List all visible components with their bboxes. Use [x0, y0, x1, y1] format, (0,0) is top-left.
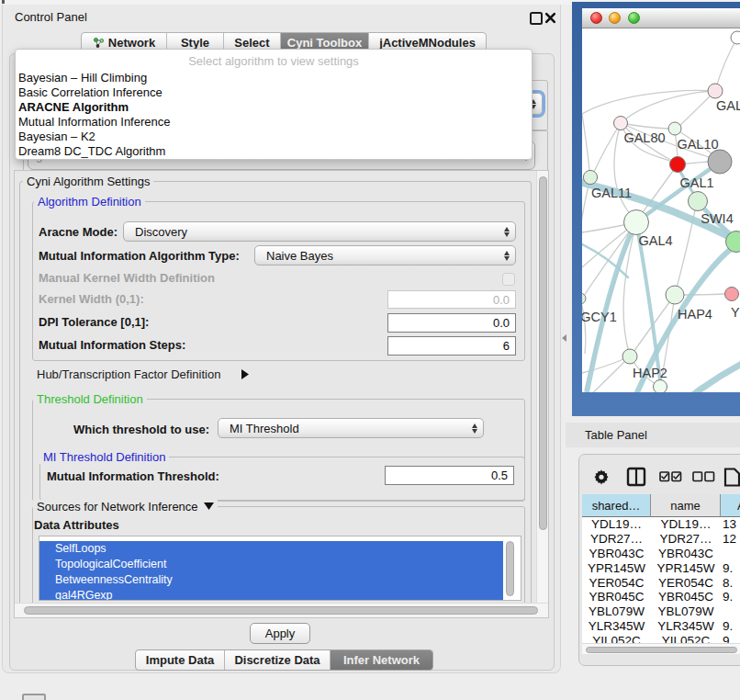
table-cell[interactable] [721, 604, 740, 619]
dropdown-item-aracne-algorithm[interactable]: ARACNE Algorithm [18, 100, 129, 114]
horizontal-scrollbar-thumb[interactable] [24, 606, 538, 615]
table-cell[interactable]: 12 [721, 532, 740, 547]
hub-definition-expander[interactable]: Hub/Transcription Factor Definition [37, 367, 250, 381]
input-dpi-tolerance-0-1[interactable]: 0.0 [387, 313, 516, 333]
attribute-item-topologicalcoefficient[interactable]: TopologicalCoefficient [39, 557, 503, 572]
attribute-item-gal4rgexp[interactable]: gal4RGexp [39, 588, 503, 601]
table-cell[interactable]: 9. [721, 590, 740, 604]
table-cell[interactable]: 13 [721, 517, 740, 532]
dropdown-item-mutual-information-inference[interactable]: Mutual Information Inference [18, 115, 170, 129]
table-scrollbar-thumb[interactable] [586, 647, 737, 653]
tab-label: Select [234, 36, 269, 50]
apply-button[interactable]: Apply [250, 623, 310, 644]
combo-aracne-mode[interactable]: Discovery [123, 221, 516, 242]
column-header-shared[interactable]: shared… [582, 494, 651, 517]
network-node[interactable] [670, 157, 686, 173]
close-icon[interactable] [544, 11, 556, 23]
collapse-down-triangle-icon[interactable] [204, 502, 214, 510]
settings-vertical-scrollbar[interactable] [536, 171, 549, 603]
network-edge[interactable] [582, 299, 586, 354]
network-canvas[interactable]: GAL2GAL80GAL10GAL1GAL11SWI4GAL4GCY1HAP4Y… [582, 28, 740, 392]
network-node[interactable] [654, 380, 667, 393]
attribute-list[interactable]: SelfLoopsTopologicalCoefficientBetweenne… [39, 536, 521, 601]
attribute-item-betweennesscentrality[interactable]: BetweennessCentrality [39, 572, 503, 588]
network-node[interactable] [666, 286, 684, 304]
network-node[interactable] [725, 288, 739, 301]
column-header-averageshortestpathlength[interactable]: AverageShortestPathLength [721, 494, 740, 517]
table-cell[interactable]: YDR27… [582, 532, 651, 547]
tab-infer-network[interactable]: Infer Network [331, 650, 432, 670]
network-window-titlebar[interactable] [582, 8, 740, 28]
table-cell[interactable] [721, 547, 740, 561]
table-cell[interactable]: YDR27… [651, 532, 721, 547]
input-kernel-width-0-1[interactable]: 0.0 [387, 290, 516, 309]
network-node[interactable] [614, 117, 628, 130]
network-node[interactable] [708, 84, 723, 98]
network-node-label: GAL4 [638, 233, 672, 248]
table-cell[interactable]: YBR043C [651, 547, 721, 561]
network-node[interactable] [708, 150, 732, 174]
data-attributes-label: Data Attributes [34, 518, 119, 532]
network-node[interactable] [622, 349, 637, 364]
dropdown-item-bayesian-hill-climbing[interactable]: Bayesian – Hill Climbing [18, 71, 147, 85]
network-edge-highlighted[interactable] [690, 365, 740, 392]
vertical-scrollbar-thumb[interactable] [539, 176, 547, 530]
close-traffic-light-icon[interactable] [590, 12, 602, 24]
table-cell[interactable]: YDL19… [582, 517, 651, 532]
network-node[interactable] [624, 210, 649, 235]
network-node[interactable] [668, 122, 681, 135]
sources-title[interactable]: Sources for Network Inference [33, 500, 218, 514]
column-header-name[interactable]: name [651, 494, 721, 517]
dropdown-item-bayesian-k2[interactable]: Bayesian – K2 [18, 130, 95, 143]
unselect-all-checkboxes-icon[interactable] [693, 472, 714, 481]
table-cell[interactable]: 9. [721, 560, 740, 575]
network-node[interactable] [689, 192, 708, 211]
expand-right-triangle-icon[interactable] [241, 369, 250, 379]
table-cell[interactable]: YLR345W [651, 619, 721, 634]
table-cell[interactable]: YDL19… [651, 517, 721, 532]
zoom-traffic-light-icon[interactable] [628, 12, 640, 24]
desktop-icon[interactable] [22, 694, 46, 700]
table-cell[interactable]: YBR045C [651, 590, 721, 604]
node-table[interactable]: shared…nameAverageShortestPathLengthYDL1… [582, 494, 740, 654]
table-cell[interactable]: YLR345W [582, 619, 651, 634]
table-horizontal-scrollbar[interactable] [582, 643, 740, 654]
gear-icon[interactable] [595, 469, 609, 484]
combo-which-threshold[interactable]: MI Threshold [218, 418, 484, 438]
network-node[interactable] [731, 31, 740, 44]
combo-stepper-icon [499, 222, 515, 241]
tab-discretize-data[interactable]: Discretize Data [225, 650, 331, 670]
table-cell[interactable]: YER054C [582, 575, 651, 590]
attribute-item-selfloops[interactable]: SelfLoops [39, 541, 503, 557]
dropdown-item-dream8-dc-tdc-algorithm[interactable]: Dream8 DC_TDC Algorithm [18, 144, 165, 158]
select-all-checkboxes-icon[interactable] [660, 472, 681, 481]
combo-mutual-information-algorithm-type[interactable]: Naive Bayes [254, 245, 516, 265]
network-edge[interactable] [594, 123, 621, 172]
network-node[interactable] [583, 170, 597, 184]
split-table-icon[interactable] [628, 469, 645, 485]
table-cell[interactable]: YPR145W [582, 560, 651, 575]
checkbox-manual-kernel-width-definition[interactable] [502, 273, 515, 286]
tab-impute-data[interactable]: Impute Data [136, 650, 225, 670]
network-node-label: GAL80 [623, 130, 665, 145]
cyni-bottom-tabbar: Impute DataDiscretize DataInfer Network [135, 649, 433, 671]
table-cell[interactable]: YBL079W [582, 604, 651, 619]
network-edge[interactable] [582, 114, 590, 177]
table-cell[interactable]: 9. [721, 619, 740, 634]
table-cell[interactable]: YBR043C [582, 547, 651, 561]
new-file-icon[interactable] [725, 469, 739, 486]
table-cell[interactable]: YBL079W [651, 604, 721, 619]
table-cell[interactable]: YPR145W [651, 560, 721, 575]
splitpane-collapse-icon[interactable] [562, 334, 566, 342]
input-mutual-information-steps[interactable]: 6 [387, 336, 516, 356]
dropdown-item-basic-correlation-inference[interactable]: Basic Correlation Inference [18, 85, 163, 99]
table-cell[interactable]: 8. [721, 575, 740, 590]
minimize-traffic-light-icon[interactable] [609, 12, 621, 24]
float-window-icon[interactable] [530, 12, 543, 25]
input-mi-threshold[interactable]: 0.5 [385, 466, 514, 485]
list-scrollbar-thumb[interactable] [506, 541, 514, 596]
table-cell[interactable]: YER054C [651, 575, 721, 590]
network-edge[interactable] [716, 38, 737, 87]
table-cell[interactable]: YBR045C [582, 590, 651, 604]
settings-horizontal-scrollbar[interactable] [15, 603, 548, 618]
